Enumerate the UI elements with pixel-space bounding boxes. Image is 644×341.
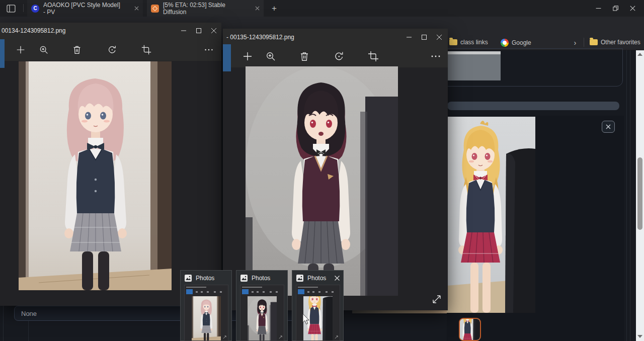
window-minimize-button[interactable] (401, 31, 417, 43)
photo-image-00134[interactable] (19, 61, 172, 290)
delete-icon[interactable] (71, 44, 83, 55)
new-tab-button[interactable]: + (269, 3, 280, 14)
photos-window-title: 00134-1243095812.png (0, 27, 65, 34)
photos-toolbar (223, 45, 448, 67)
mini-toolbar-selected (242, 289, 249, 294)
tab-divider (23, 4, 24, 12)
photos-window-2: - 00135-1243095812.png (223, 29, 448, 310)
favorites-link-google[interactable]: Google (501, 39, 531, 47)
photos-app-icon (296, 274, 304, 282)
window-maximize-button[interactable] (191, 25, 206, 37)
zoom-in-icon[interactable] (38, 44, 49, 55)
rotate-icon[interactable] (333, 50, 345, 62)
browser-window-controls (590, 2, 641, 15)
preview-close-icon[interactable] (334, 275, 340, 281)
favorites-link-label: Google (512, 39, 531, 46)
tab-workspaces-icon[interactable] (6, 4, 16, 14)
photo-image-00135[interactable] (246, 66, 398, 296)
browser-maximize-button[interactable] (607, 2, 624, 15)
stable-diffusion-favicon-icon (151, 5, 159, 13)
photos-window-title: - 00135-1243095812.png (223, 34, 294, 41)
sd-generated-image-blonde[interactable] (447, 117, 535, 313)
tab-title: [5% ETA: 02:53] Stable Diffusion (163, 2, 246, 16)
favorites-folder-class-links[interactable]: class links (449, 39, 488, 46)
window-close-button[interactable] (432, 31, 447, 43)
photos-window-1: 00134-1243095812.png (0, 23, 221, 306)
scrollbar-up-arrow-icon[interactable] (637, 53, 642, 56)
browser-close-button[interactable] (624, 2, 641, 15)
crop-icon[interactable] (141, 44, 152, 55)
preview-app-label: Photos (307, 275, 326, 282)
see-more-icon[interactable] (430, 50, 442, 62)
civitai-favicon-icon: C (31, 5, 39, 13)
taskbar-preview-photos-3[interactable]: Photos (292, 270, 344, 341)
scrollbar-thumb[interactable] (637, 157, 642, 230)
mini-toolbar-selected (186, 289, 193, 294)
tab-title: AOAOKO [PVC Style Model] - PV (43, 2, 124, 16)
sd-selected-thumbnail[interactable] (459, 318, 481, 341)
crop-icon[interactable] (367, 50, 379, 62)
photos-app-icon (240, 274, 248, 282)
sd-page-decor-strip (352, 310, 447, 313)
mini-photo-00134 (192, 296, 221, 340)
mouse-cursor (302, 314, 310, 325)
sd-panel-border (3, 300, 4, 341)
browser-tab-stable-diffusion[interactable]: [5% ETA: 02:53] Stable Diffusion (147, 0, 264, 17)
scrollbar-down-arrow-icon[interactable] (637, 335, 642, 338)
taskbar-preview-photos-2[interactable]: Photos (236, 270, 288, 341)
preview-mini-window (296, 285, 340, 341)
add-icon[interactable] (15, 44, 26, 55)
favorites-folder-other[interactable]: Other favorites (590, 39, 640, 46)
mini-photo-00135 (248, 296, 277, 340)
taskbar-preview-photos-1[interactable]: Photos (180, 270, 232, 341)
photos-window-titlebar[interactable]: 00134-1243095812.png (0, 23, 221, 39)
window-close-button[interactable] (206, 25, 221, 37)
folder-icon (590, 39, 598, 45)
tab-close-icon[interactable] (134, 6, 139, 11)
preview-mini-window (184, 285, 228, 341)
desktop: C AOAOKO [PVC Style Model] - PV [5% ETA:… (0, 0, 644, 341)
sd-dropdown-value: None (21, 310, 37, 317)
favorites-divider (584, 38, 584, 47)
folder-icon (449, 39, 457, 45)
preview-app-label: Photos (252, 275, 270, 282)
sd-image-viewer (447, 116, 624, 313)
photos-window-titlebar[interactable]: - 00135-1243095812.png (223, 29, 448, 45)
see-more-icon[interactable] (203, 44, 214, 55)
sd-viewer-close-button[interactable] (602, 121, 615, 133)
browser-tab-civitai[interactable]: C AOAOKO [PVC Style Model] - PV (27, 0, 143, 17)
photos-nav-accent (223, 44, 231, 71)
window-minimize-button[interactable] (176, 25, 191, 37)
favorites-overflow-chevron-icon[interactable]: › (571, 37, 580, 47)
sd-panel-border (630, 50, 630, 341)
delete-icon[interactable] (298, 50, 310, 62)
sd-preview-box (448, 51, 501, 80)
sd-progress-bar (447, 102, 619, 110)
window-maximize-button[interactable] (417, 31, 432, 43)
rotate-icon[interactable] (107, 44, 118, 55)
browser-tab-bar: C AOAOKO [PVC Style Model] - PV [5% ETA:… (0, 0, 644, 17)
mini-toolbar-selected (298, 289, 304, 294)
photos-nav-accent (0, 39, 5, 68)
google-favicon-icon (501, 39, 509, 47)
add-icon[interactable] (242, 50, 254, 62)
browser-minimize-button[interactable] (590, 2, 607, 15)
favorites-folder-label: class links (460, 39, 488, 46)
sd-panel-border (626, 50, 627, 341)
fullscreen-expand-icon[interactable] (432, 294, 442, 304)
photos-app-icon (184, 274, 192, 282)
tab-close-icon[interactable] (255, 6, 260, 11)
page-scrollbar[interactable] (636, 50, 644, 341)
zoom-in-icon[interactable] (265, 50, 277, 62)
preview-mini-window (240, 285, 284, 341)
photos-toolbar (0, 39, 221, 61)
preview-app-label: Photos (196, 275, 214, 282)
favorites-folder-label: Other favorites (601, 39, 640, 46)
